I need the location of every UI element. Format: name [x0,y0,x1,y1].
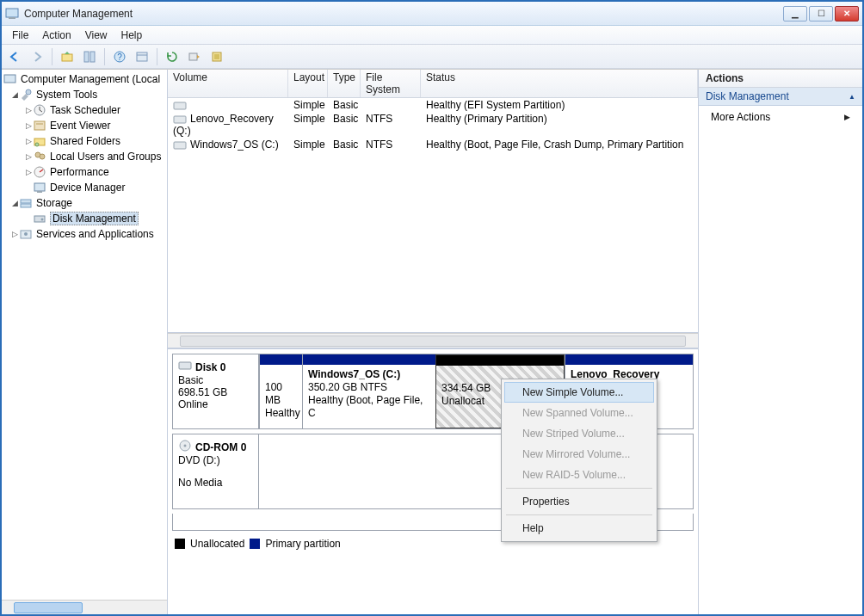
view-icon[interactable] [133,47,151,66]
menu-help[interactable]: Help [114,28,150,43]
menu-properties[interactable]: Properties [504,491,654,512]
svg-rect-4 [90,52,95,62]
refresh-icon[interactable] [163,47,182,66]
cdrom-info[interactable]: CD-ROM 0 DVD (D:) No Media [173,434,259,508]
tree-root[interactable]: Computer Management (Local [2,71,167,87]
col-volume[interactable]: Volume [168,70,288,97]
tree-label: Services and Applications [36,228,154,240]
tree-task-scheduler[interactable]: ▷ Task Scheduler [2,102,167,118]
legend-swatch-unallocated [175,539,185,549]
menu-new-mirrored-volume: New Mirrored Volume... [504,444,654,465]
svg-point-29 [24,232,28,236]
actions-more-actions[interactable]: More Actions [699,106,862,128]
disk-size: 698.51 GB [178,386,253,398]
col-type[interactable]: Type [328,70,361,97]
cd-icon [178,440,192,454]
cell-value: Basic [328,112,361,138]
storage-icon [19,196,33,210]
up-icon[interactable] [58,47,77,66]
partition-status: Healthy [265,407,297,420]
disk-icon [33,212,46,225]
partition-windows[interactable]: Windows7_OS (C:)350.20 GB NTFSHealthy (B… [302,354,435,428]
performance-icon [33,165,46,179]
close-button[interactable] [835,6,859,22]
rescan-icon[interactable] [185,47,204,66]
tree-services[interactable]: ▷ Services and Applications [2,226,167,242]
tree-label: Disk Management [50,212,139,225]
tree-performance[interactable]: ▷ Performance [2,164,167,180]
menu-file[interactable]: File [5,28,35,43]
help-icon[interactable]: ? [110,47,129,66]
menu-help[interactable]: Help [504,518,654,539]
expand-icon[interactable]: ▷ [24,106,33,114]
table-row[interactable]: Simple Basic Healthy (EFI System Partiti… [168,98,698,112]
minimize-button[interactable] [783,6,807,22]
app-icon [5,7,19,21]
cell-value: Lenovo_Recovery (Q:) [173,113,274,137]
tree-system-tools[interactable]: ◢ System Tools [2,87,167,102]
properties-icon[interactable] [80,47,99,66]
svg-rect-23 [37,191,42,193]
users-icon [33,150,46,163]
cell-value: Healthy (Boot, Page File, Crash Dump, Pr… [421,138,698,151]
settings-icon[interactable] [207,47,226,66]
expand-icon[interactable]: ▷ [10,230,19,238]
menubar: File Action View Help [2,26,862,45]
disk-info[interactable]: Disk 0 Basic 698.51 GB Online [173,354,259,428]
table-row[interactable]: Lenovo_Recovery (Q:) Simple Basic NTFS H… [168,112,698,138]
disk-state: Online [178,398,253,410]
tree-label: Task Scheduler [50,104,120,116]
tree-shared-folders[interactable]: ▷ Shared Folders [2,133,167,149]
partition-size: 100 MB [265,381,297,407]
svg-point-27 [41,219,44,221]
col-filesystem[interactable]: File System [361,70,421,97]
back-button[interactable] [5,47,24,66]
computer-icon [3,72,17,86]
tree-label: Local Users and Groups [50,151,161,163]
volume-horizontal-scrollbar[interactable] [168,333,698,348]
svg-rect-22 [34,183,45,191]
tree-label: Shared Folders [50,135,120,147]
expand-icon[interactable]: ▷ [24,137,33,145]
cdrom-drive: DVD (D:) [178,454,253,466]
col-status[interactable]: Status [421,70,698,97]
svg-rect-12 [4,75,15,83]
tree-local-users[interactable]: ▷ Local Users and Groups [2,149,167,164]
menu-view[interactable]: View [78,28,114,43]
expand-icon[interactable]: ◢ [10,90,19,99]
cell-value: NTFS [361,138,421,151]
partition-efi[interactable]: 100 MBHealthy [259,354,302,428]
tree-event-viewer[interactable]: ▷ Event Viewer [2,118,167,133]
forward-button[interactable] [28,47,46,66]
menu-separator [506,488,652,489]
col-layout[interactable]: Layout [288,70,328,97]
tree-disk-management[interactable]: Disk Management [2,211,167,226]
tree-label: Event Viewer [50,120,110,132]
svg-rect-24 [21,200,31,203]
volume-icon [173,101,187,111]
nav-tree: Computer Management (Local ◢ System Tool… [2,70,168,614]
actions-section-disk-management[interactable]: Disk Management [699,88,862,106]
tree-horizontal-scrollbar[interactable] [2,600,167,614]
svg-point-35 [184,445,187,447]
expand-icon[interactable]: ▷ [24,121,33,130]
expand-icon[interactable]: ◢ [10,199,19,207]
expand-icon[interactable]: ▷ [24,168,33,176]
tree-label: System Tools [36,89,97,101]
maximize-button[interactable] [809,6,833,22]
tree-storage[interactable]: ◢ Storage [2,195,167,211]
titlebar: Computer Management [2,2,862,26]
svg-rect-3 [84,52,89,62]
table-row[interactable]: Windows7_OS (C:) Simple Basic NTFS Healt… [168,138,698,151]
menu-new-simple-volume[interactable]: New Simple Volume... [504,382,654,403]
tree-device-manager[interactable]: Device Manager [2,180,167,195]
svg-rect-25 [21,204,31,207]
menu-action[interactable]: Action [35,28,77,43]
svg-rect-15 [34,121,45,130]
svg-rect-9 [189,53,197,60]
tree-label: Storage [36,197,72,209]
cdrom-state: No Media [178,477,253,489]
expand-icon[interactable]: ▷ [24,152,33,161]
actions-header: Actions [699,70,862,88]
tree-label: Performance [50,166,109,178]
